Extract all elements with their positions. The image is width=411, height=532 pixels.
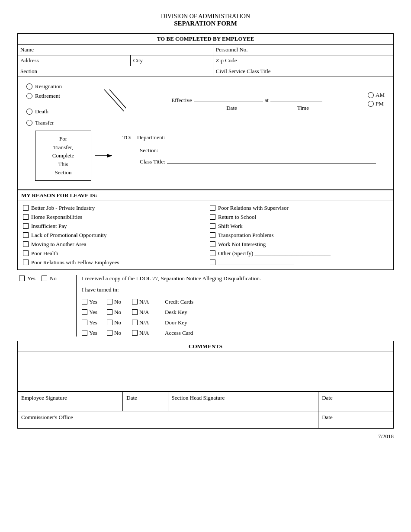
personnel-label: Personnel No. <box>216 46 248 53</box>
zip-label: Zip Code <box>216 57 237 64</box>
reason-right-2-checkbox[interactable] <box>210 223 215 229</box>
reason-right-0-checkbox[interactable] <box>210 205 215 211</box>
reason-right-5-label: Other (Specify) ________________________… <box>218 250 331 257</box>
employee-section-header: TO BE COMPLETED BY EMPLOYEE <box>18 34 394 45</box>
death-option[interactable]: Death <box>26 108 96 115</box>
reason-right-3[interactable]: Transportation Problems <box>210 232 388 239</box>
employee-info-table: TO BE COMPLETED BY EMPLOYEE Name Personn… <box>17 33 394 77</box>
reason-left-5-label: Poor Health <box>31 250 58 257</box>
ldol-no-option[interactable]: No <box>42 275 57 282</box>
reason-left-6[interactable]: Poor Relations with Fellow Employees <box>23 259 201 266</box>
class-title-field[interactable] <box>167 157 376 163</box>
reason-right-6-checkbox[interactable] <box>210 260 215 265</box>
section-field[interactable] <box>160 145 376 152</box>
reason-right-0[interactable]: Poor Relations with Supervisor <box>210 205 388 212</box>
section-head-sig-label: Section Head Signature <box>172 394 225 401</box>
to-label: TO: <box>122 134 132 141</box>
page-header: DIVISION OF ADMINISTRATION SEPARATION FO… <box>17 13 394 27</box>
transfer-arrow <box>91 149 118 162</box>
effective-time-field[interactable] <box>270 95 322 102</box>
credit-yes-checkbox[interactable] <box>82 299 87 304</box>
date2-label: Date <box>322 394 333 401</box>
desk-yes-label: Yes <box>89 309 97 316</box>
access-yes-checkbox[interactable] <box>82 330 87 336</box>
turned-in-access-card: Yes No N/A Access Card <box>82 330 392 337</box>
access-na-label: N/A <box>139 330 149 337</box>
reason-left-1-checkbox[interactable] <box>23 214 29 220</box>
pm-option[interactable]: PM <box>368 100 384 107</box>
effective-date-field[interactable] <box>194 95 263 102</box>
desk-no-checkbox[interactable] <box>107 309 112 315</box>
access-na-checkbox[interactable] <box>132 330 138 336</box>
door-yes-checkbox[interactable] <box>82 320 87 325</box>
retirement-radio[interactable] <box>26 93 32 99</box>
reason-right-3-checkbox[interactable] <box>210 232 215 238</box>
access-no-checkbox[interactable] <box>107 330 112 336</box>
reason-left-2-checkbox[interactable] <box>23 223 29 229</box>
date3-cell: Date <box>318 411 394 428</box>
comments-body[interactable] <box>18 352 393 391</box>
title-line1: DIVISION OF ADMINISTRATION <box>17 13 394 20</box>
reason-left-5[interactable]: Poor Health <box>23 250 201 257</box>
ldol-yes-checkbox[interactable] <box>19 276 25 281</box>
ldol-yes-no-section: Yes No <box>19 275 71 337</box>
reason-right-6[interactable]: ___________________________ <box>210 259 388 266</box>
reason-right-4[interactable]: Work Not Interesting <box>210 241 388 248</box>
retirement-option[interactable]: Retirement <box>26 93 96 99</box>
ldol-no-checkbox[interactable] <box>42 276 47 281</box>
turned-in-credit-cards: Yes No N/A Credit Cards <box>82 298 392 305</box>
reason-left-3[interactable]: Lack of Promotional Opportunity <box>23 232 201 239</box>
reason-left-3-checkbox[interactable] <box>23 232 29 238</box>
commissioner-label: Commissioner's Office <box>21 414 73 420</box>
reason-left-4[interactable]: Moving to Another Area <box>23 241 201 248</box>
section-cell: Section <box>18 66 213 77</box>
reason-right-5[interactable]: Other (Specify) ________________________… <box>210 250 388 257</box>
reason-right-5-checkbox[interactable] <box>210 250 215 256</box>
reason-right-1-checkbox[interactable] <box>210 214 215 220</box>
reason-left-6-checkbox[interactable] <box>23 260 29 265</box>
am-option[interactable]: AM <box>368 92 385 99</box>
reason-left-0-checkbox[interactable] <box>23 205 29 211</box>
credit-no-checkbox[interactable] <box>107 299 112 304</box>
reason-left-5-checkbox[interactable] <box>23 250 29 256</box>
reason-right-3-label: Transportation Problems <box>218 232 273 239</box>
ldol-yes-option[interactable]: Yes <box>19 275 35 282</box>
door-no-checkbox[interactable] <box>107 320 112 325</box>
transfer-box: For Transfer, Complete This Section <box>35 131 91 181</box>
resignation-option[interactable]: Resignation <box>26 83 96 90</box>
door-na-checkbox[interactable] <box>132 320 138 325</box>
turned-in-section: I have turned in: Yes No N/A Credit Card… <box>82 286 392 337</box>
transfer-radio[interactable] <box>26 120 32 126</box>
reason-right-2[interactable]: Shift Work <box>210 223 388 230</box>
resignation-radio[interactable] <box>26 83 32 90</box>
commissioner-cell: Commissioner's Office <box>18 411 318 428</box>
reason-left-4-checkbox[interactable] <box>23 241 29 247</box>
ldol-no-label: No <box>50 275 57 282</box>
reason-left-0-label: Better Job - Private Industry <box>31 205 95 212</box>
reason-col-right: Poor Relations with Supervisor Return to… <box>210 205 388 266</box>
am-label: AM <box>376 92 385 99</box>
department-field[interactable] <box>167 132 340 139</box>
am-radio[interactable] <box>368 92 374 98</box>
address-label: Address <box>20 57 39 64</box>
reason-left-0[interactable]: Better Job - Private Industry <box>23 205 201 212</box>
reason-left-1[interactable]: Home Responsibilities <box>23 214 201 221</box>
slash-decoration <box>100 87 126 113</box>
reason-col-left: Better Job - Private Industry Home Respo… <box>23 205 201 266</box>
pm-radio[interactable] <box>368 101 374 107</box>
reason-right-4-checkbox[interactable] <box>210 241 215 247</box>
desk-yes-checkbox[interactable] <box>82 309 87 315</box>
credit-na-checkbox[interactable] <box>132 299 138 304</box>
effective-row: Effective at <box>171 95 322 104</box>
reason-right-1[interactable]: Return to School <box>210 214 388 221</box>
reason-left-2[interactable]: Insufficient Pay <box>23 223 201 230</box>
ldol-yes-label: Yes <box>27 275 35 282</box>
civil-service-label: Civil Service Class Title <box>216 68 271 74</box>
desk-key-label: Desk Key <box>165 309 187 316</box>
am-pm-section: AM PM <box>363 83 385 107</box>
transfer-option[interactable]: Transfer <box>26 119 96 126</box>
death-radio[interactable] <box>26 109 32 115</box>
ldol-divider <box>76 275 77 337</box>
date-time-labels: Date Time <box>163 105 331 112</box>
desk-na-checkbox[interactable] <box>132 309 138 315</box>
